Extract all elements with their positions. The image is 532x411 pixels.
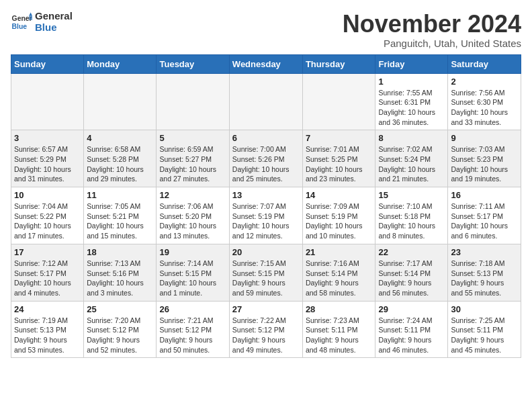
- day-info: Sunrise: 7:55 AM Sunset: 6:31 PM Dayligh…: [378, 88, 445, 128]
- calendar-cell: 28Sunrise: 7:23 AM Sunset: 5:11 PM Dayli…: [302, 301, 375, 358]
- calendar-cell: 2Sunrise: 7:56 AM Sunset: 6:30 PM Daylig…: [448, 73, 521, 130]
- day-number: 22: [378, 247, 445, 257]
- calendar-cell: 27Sunrise: 7:22 AM Sunset: 5:12 PM Dayli…: [229, 301, 302, 358]
- day-number: 6: [232, 133, 300, 143]
- day-number: 14: [306, 190, 373, 200]
- day-info: Sunrise: 7:05 AM Sunset: 5:21 PM Dayligh…: [87, 201, 153, 241]
- day-number: 15: [378, 190, 445, 200]
- calendar-table: SundayMondayTuesdayWednesdayThursdayFrid…: [11, 54, 521, 359]
- calendar-cell: [302, 73, 375, 130]
- day-info: Sunrise: 7:02 AM Sunset: 5:24 PM Dayligh…: [378, 144, 445, 184]
- calendar-cell: 10Sunrise: 7:04 AM Sunset: 5:22 PM Dayli…: [11, 187, 84, 244]
- calendar-cell: 3Sunrise: 6:57 AM Sunset: 5:29 PM Daylig…: [11, 130, 84, 187]
- calendar-cell: [84, 73, 157, 130]
- day-info: Sunrise: 6:58 AM Sunset: 5:28 PM Dayligh…: [87, 144, 153, 184]
- day-info: Sunrise: 7:06 AM Sunset: 5:20 PM Dayligh…: [159, 201, 226, 241]
- day-number: 20: [232, 247, 300, 257]
- day-info: Sunrise: 7:25 AM Sunset: 5:11 PM Dayligh…: [451, 316, 518, 355]
- calendar-cell: 8Sunrise: 7:02 AM Sunset: 5:24 PM Daylig…: [375, 130, 448, 187]
- month-title: November 2024: [343, 11, 521, 38]
- day-info: Sunrise: 7:04 AM Sunset: 5:22 PM Dayligh…: [14, 201, 81, 241]
- day-info: Sunrise: 6:57 AM Sunset: 5:29 PM Dayligh…: [14, 144, 81, 184]
- day-info: Sunrise: 7:00 AM Sunset: 5:26 PM Dayligh…: [232, 144, 300, 184]
- calendar-cell: 5Sunrise: 6:59 AM Sunset: 5:27 PM Daylig…: [157, 130, 229, 187]
- calendar-cell: 30Sunrise: 7:25 AM Sunset: 5:11 PM Dayli…: [448, 301, 521, 358]
- weekday-header-row: SundayMondayTuesdayWednesdayThursdayFrid…: [11, 54, 521, 73]
- calendar-cell: 12Sunrise: 7:06 AM Sunset: 5:20 PM Dayli…: [157, 187, 229, 244]
- day-number: 21: [306, 247, 373, 257]
- calendar-cell: 15Sunrise: 7:10 AM Sunset: 5:18 PM Dayli…: [375, 187, 448, 244]
- day-info: Sunrise: 7:17 AM Sunset: 5:14 PM Dayligh…: [378, 259, 445, 298]
- weekday-header-saturday: Saturday: [448, 54, 521, 73]
- calendar-cell: 1Sunrise: 7:55 AM Sunset: 6:31 PM Daylig…: [375, 73, 448, 130]
- calendar-cell: 20Sunrise: 7:15 AM Sunset: 5:15 PM Dayli…: [229, 244, 302, 301]
- logo-icon: General Blue: [11, 11, 32, 33]
- weekday-header-sunday: Sunday: [11, 54, 84, 73]
- calendar-cell: 13Sunrise: 7:07 AM Sunset: 5:19 PM Dayli…: [229, 187, 302, 244]
- day-info: Sunrise: 7:19 AM Sunset: 5:13 PM Dayligh…: [14, 316, 81, 355]
- calendar-cell: 7Sunrise: 7:01 AM Sunset: 5:25 PM Daylig…: [302, 130, 375, 187]
- svg-marker-2: [29, 12, 32, 15]
- calendar-cell: 18Sunrise: 7:13 AM Sunset: 5:16 PM Dayli…: [84, 244, 157, 301]
- day-info: Sunrise: 7:10 AM Sunset: 5:18 PM Dayligh…: [378, 201, 445, 241]
- calendar-cell: 4Sunrise: 6:58 AM Sunset: 5:28 PM Daylig…: [84, 130, 157, 187]
- weekday-header-wednesday: Wednesday: [229, 54, 302, 73]
- day-info: Sunrise: 7:11 AM Sunset: 5:17 PM Dayligh…: [451, 201, 518, 241]
- day-info: Sunrise: 7:23 AM Sunset: 5:11 PM Dayligh…: [306, 316, 373, 355]
- day-number: 17: [14, 247, 81, 257]
- day-number: 25: [87, 304, 153, 314]
- calendar-week-3: 10Sunrise: 7:04 AM Sunset: 5:22 PM Dayli…: [11, 187, 521, 244]
- svg-marker-3: [29, 15, 32, 19]
- day-info: Sunrise: 7:16 AM Sunset: 5:14 PM Dayligh…: [306, 259, 373, 298]
- day-number: 27: [232, 304, 300, 314]
- day-number: 11: [87, 190, 153, 200]
- calendar-cell: 17Sunrise: 7:12 AM Sunset: 5:17 PM Dayli…: [11, 244, 84, 301]
- page-header: General Blue General Blue November 2024 …: [11, 11, 521, 49]
- day-info: Sunrise: 7:12 AM Sunset: 5:17 PM Dayligh…: [14, 259, 81, 298]
- calendar-cell: 26Sunrise: 7:21 AM Sunset: 5:12 PM Dayli…: [157, 301, 229, 358]
- calendar-week-1: 1Sunrise: 7:55 AM Sunset: 6:31 PM Daylig…: [11, 73, 521, 130]
- calendar-cell: 6Sunrise: 7:00 AM Sunset: 5:26 PM Daylig…: [229, 130, 302, 187]
- day-number: 2: [451, 77, 518, 87]
- day-number: 23: [451, 247, 518, 257]
- calendar-cell: 25Sunrise: 7:20 AM Sunset: 5:12 PM Dayli…: [84, 301, 157, 358]
- day-number: 16: [451, 190, 518, 200]
- calendar-week-5: 24Sunrise: 7:19 AM Sunset: 5:13 PM Dayli…: [11, 301, 521, 358]
- day-info: Sunrise: 7:07 AM Sunset: 5:19 PM Dayligh…: [232, 201, 300, 241]
- calendar-cell: 9Sunrise: 7:03 AM Sunset: 5:23 PM Daylig…: [448, 130, 521, 187]
- calendar-cell: 22Sunrise: 7:17 AM Sunset: 5:14 PM Dayli…: [375, 244, 448, 301]
- day-number: 28: [306, 304, 373, 314]
- calendar-cell: [157, 73, 229, 130]
- day-info: Sunrise: 7:13 AM Sunset: 5:16 PM Dayligh…: [87, 259, 153, 298]
- day-number: 12: [159, 190, 226, 200]
- calendar-cell: 14Sunrise: 7:09 AM Sunset: 5:19 PM Dayli…: [302, 187, 375, 244]
- day-number: 8: [378, 133, 445, 143]
- day-number: 29: [378, 304, 445, 314]
- calendar-cell: 23Sunrise: 7:18 AM Sunset: 5:13 PM Dayli…: [448, 244, 521, 301]
- day-number: 19: [159, 247, 226, 257]
- day-info: Sunrise: 7:20 AM Sunset: 5:12 PM Dayligh…: [87, 316, 153, 355]
- calendar-cell: 19Sunrise: 7:14 AM Sunset: 5:15 PM Dayli…: [157, 244, 229, 301]
- day-number: 4: [87, 133, 153, 143]
- weekday-header-friday: Friday: [375, 54, 448, 73]
- calendar-cell: 11Sunrise: 7:05 AM Sunset: 5:21 PM Dayli…: [84, 187, 157, 244]
- day-info: Sunrise: 6:59 AM Sunset: 5:27 PM Dayligh…: [159, 144, 226, 184]
- day-info: Sunrise: 7:56 AM Sunset: 6:30 PM Dayligh…: [451, 88, 518, 128]
- day-number: 24: [14, 304, 81, 314]
- day-number: 18: [87, 247, 153, 257]
- calendar-cell: [11, 73, 84, 130]
- day-number: 26: [159, 304, 226, 314]
- day-number: 13: [232, 190, 300, 200]
- calendar-cell: [229, 73, 302, 130]
- calendar-header: SundayMondayTuesdayWednesdayThursdayFrid…: [11, 54, 521, 73]
- title-block: November 2024 Panguitch, Utah, United St…: [343, 11, 521, 49]
- weekday-header-thursday: Thursday: [302, 54, 375, 73]
- weekday-header-monday: Monday: [84, 54, 157, 73]
- day-number: 30: [451, 304, 518, 314]
- day-info: Sunrise: 7:22 AM Sunset: 5:12 PM Dayligh…: [232, 316, 300, 355]
- day-info: Sunrise: 7:15 AM Sunset: 5:15 PM Dayligh…: [232, 259, 300, 298]
- logo-blue-text: Blue: [35, 22, 73, 34]
- day-number: 10: [14, 190, 81, 200]
- day-info: Sunrise: 7:01 AM Sunset: 5:25 PM Dayligh…: [306, 144, 373, 184]
- calendar-cell: 21Sunrise: 7:16 AM Sunset: 5:14 PM Dayli…: [302, 244, 375, 301]
